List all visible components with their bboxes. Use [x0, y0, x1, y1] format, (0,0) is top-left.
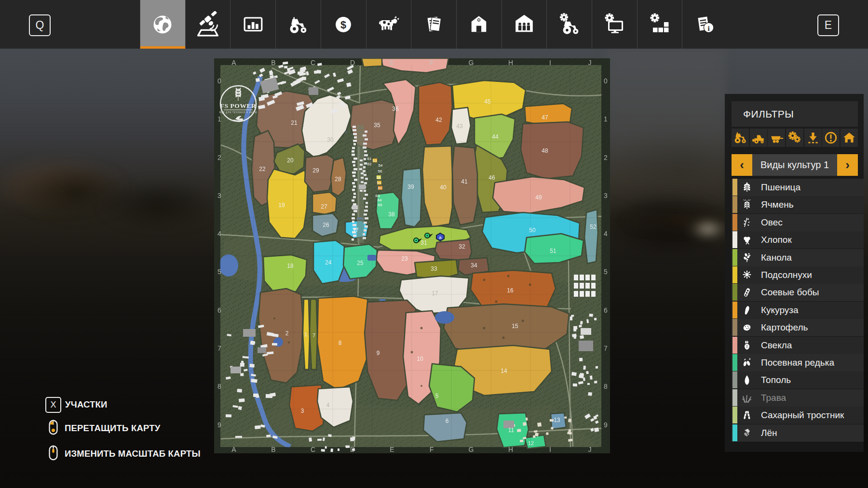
svg-text:36: 36 — [392, 106, 399, 112]
svg-text:40: 40 — [440, 184, 447, 191]
svg-text:C: C — [311, 446, 315, 453]
svg-text:G: G — [469, 446, 474, 453]
svg-text:0: 0 — [217, 77, 221, 85]
svg-text:49: 49 — [535, 194, 542, 201]
svg-text:0: 0 — [604, 77, 608, 85]
svg-text:2: 2 — [604, 154, 608, 161]
svg-text:59: 59 — [377, 181, 381, 185]
svg-text:41: 41 — [461, 178, 468, 185]
svg-text:H: H — [508, 446, 513, 453]
svg-text:4: 4 — [604, 230, 608, 237]
svg-text:$: $ — [340, 19, 346, 31]
svg-text:26: 26 — [323, 222, 329, 228]
svg-text:23: 23 — [401, 255, 408, 262]
svg-text:FS POWER: FS POWER — [220, 102, 257, 109]
svg-text:65: 65 — [378, 203, 382, 207]
svg-text:38: 38 — [388, 211, 395, 218]
svg-text:12: 12 — [528, 440, 534, 446]
svg-text:3: 3 — [604, 192, 608, 199]
svg-text:I: I — [549, 59, 551, 66]
svg-text:1: 1 — [217, 115, 221, 123]
svg-text:16: 16 — [507, 287, 514, 294]
svg-text:18: 18 — [287, 263, 294, 269]
svg-text:ВСЕ ДЛЯ ТЕХНИКИ И ФЕРМ: ВСЕ ДЛЯ ТЕХНИКИ И ФЕРМ — [219, 111, 257, 114]
svg-text:6: 6 — [604, 306, 608, 314]
svg-text:13: 13 — [554, 417, 560, 423]
svg-text:64: 64 — [378, 198, 382, 202]
svg-text:5: 5 — [604, 268, 608, 276]
svg-text:34: 34 — [471, 262, 477, 269]
svg-text:D: D — [350, 446, 355, 453]
svg-text:1: 1 — [604, 115, 608, 123]
svg-text:56: 56 — [378, 169, 382, 173]
svg-text:J: J — [588, 446, 592, 453]
svg-text:8: 8 — [217, 382, 221, 390]
svg-text:2: 2 — [285, 330, 289, 337]
svg-text:A: A — [439, 236, 442, 240]
svg-text:7: 7 — [312, 332, 315, 338]
svg-text:28: 28 — [335, 176, 341, 183]
svg-text:22: 22 — [259, 166, 266, 172]
svg-text:44: 44 — [492, 133, 499, 140]
svg-text:20: 20 — [287, 157, 294, 164]
svg-text:1: 1 — [304, 331, 307, 337]
svg-text:48: 48 — [542, 147, 548, 154]
svg-text:17: 17 — [432, 290, 438, 297]
svg-text:5: 5 — [435, 393, 439, 399]
svg-text:3: 3 — [217, 192, 221, 199]
svg-text:2: 2 — [217, 154, 221, 161]
svg-text:A: A — [231, 59, 236, 66]
svg-text:54: 54 — [379, 163, 383, 168]
svg-text:H: H — [508, 59, 513, 66]
svg-text:B: B — [271, 59, 275, 66]
svg-text:I: I — [549, 446, 551, 453]
svg-text:29: 29 — [312, 167, 319, 174]
svg-text:5: 5 — [217, 268, 221, 276]
svg-text:50: 50 — [529, 227, 536, 234]
svg-text:52: 52 — [590, 224, 597, 230]
svg-text:14: 14 — [501, 368, 507, 374]
svg-text:46: 46 — [488, 174, 495, 181]
svg-text:25: 25 — [357, 260, 364, 266]
svg-text:J: J — [588, 59, 592, 66]
svg-text:A: A — [231, 446, 236, 453]
svg-text:35: 35 — [374, 122, 380, 129]
svg-text:F: F — [430, 59, 434, 66]
svg-text:27: 27 — [321, 203, 327, 210]
svg-text:6: 6 — [446, 418, 449, 424]
svg-text:39: 39 — [407, 184, 414, 190]
svg-text:19: 19 — [278, 202, 285, 209]
svg-text:3: 3 — [301, 408, 304, 414]
svg-text:4: 4 — [326, 402, 330, 409]
svg-text:9: 9 — [604, 421, 608, 429]
svg-text:32: 32 — [459, 243, 465, 250]
svg-text:60: 60 — [378, 186, 382, 190]
svg-text:33: 33 — [431, 265, 437, 272]
svg-text:G: G — [469, 59, 474, 66]
svg-text:C: C — [311, 59, 315, 66]
svg-text:9: 9 — [377, 350, 380, 356]
svg-text:30: 30 — [327, 136, 334, 143]
svg-text:4: 4 — [217, 230, 221, 237]
svg-text:E: E — [390, 446, 394, 453]
svg-text:8: 8 — [604, 382, 608, 390]
svg-text:11: 11 — [508, 427, 515, 434]
svg-text:B: B — [271, 446, 275, 453]
svg-text:62: 62 — [367, 162, 372, 166]
svg-text:i: i — [707, 24, 710, 32]
svg-text:15: 15 — [512, 323, 518, 330]
svg-text:9: 9 — [217, 421, 221, 429]
svg-text:51: 51 — [550, 248, 556, 254]
svg-text:7: 7 — [217, 344, 221, 352]
svg-text:8: 8 — [339, 340, 342, 346]
svg-text:D: D — [350, 59, 355, 66]
svg-text:45: 45 — [484, 98, 491, 105]
svg-text:43: 43 — [456, 123, 463, 130]
svg-text:61: 61 — [367, 157, 372, 161]
svg-text:31: 31 — [420, 239, 427, 246]
svg-text:6: 6 — [217, 306, 221, 314]
svg-text:53: 53 — [373, 158, 377, 163]
svg-text:7: 7 — [604, 344, 608, 352]
svg-text:10: 10 — [417, 356, 423, 362]
svg-text:42: 42 — [435, 117, 442, 123]
